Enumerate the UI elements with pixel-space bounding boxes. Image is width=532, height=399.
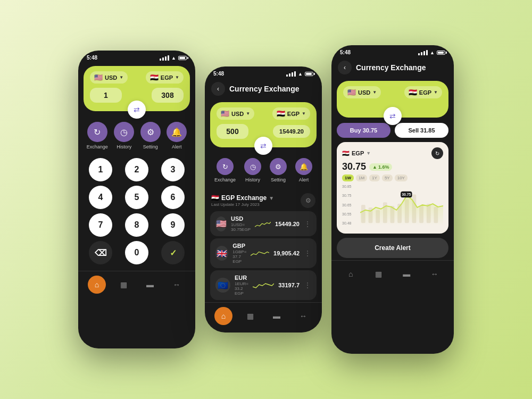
- gbp-name: GBP: [232, 243, 246, 249]
- green-card-left: 🇺🇸 USD ▼ 🇪🇬 EGP ▼ 1 308 ⇄: [84, 66, 190, 111]
- filter-1y[interactable]: 1Y: [369, 174, 380, 181]
- exchange-settings-btn[interactable]: ⚙: [301, 193, 315, 208]
- chart-currency: 🇪🇬 EGP ▼: [342, 150, 371, 157]
- num-5[interactable]: 5: [125, 186, 148, 209]
- action-history-mid[interactable]: ◷ History: [244, 158, 261, 182]
- currency-item-gbp[interactable]: 🇬🇧 GBP 1GBP= 37.7 EGP 19,905.42 ⋮: [210, 238, 317, 268]
- action-settings-mid[interactable]: ⚙ Setting: [270, 158, 287, 182]
- to-chevron-right: ▼: [434, 90, 438, 95]
- from-amount-mid[interactable]: 500: [217, 124, 248, 139]
- exchange-circle-mid[interactable]: ↻: [217, 158, 234, 175]
- to-currency-label-left: EGP: [161, 74, 173, 81]
- back-btn-right[interactable]: ‹: [338, 61, 352, 74]
- filter-1w[interactable]: 1W: [342, 174, 354, 181]
- action-exchange-left[interactable]: ↻ Exchange: [87, 122, 108, 149]
- from-currency-right[interactable]: 🇺🇸 USD ▼: [343, 86, 381, 98]
- action-exchange-mid[interactable]: ↻ Exchange: [214, 158, 236, 182]
- from-flag-right: 🇺🇸: [347, 88, 356, 96]
- num-7[interactable]: 7: [89, 213, 112, 237]
- nav-home-left[interactable]: ⌂: [88, 276, 106, 294]
- from-chevron-left: ▼: [119, 75, 123, 80]
- swap-button-mid[interactable]: ⇄: [254, 137, 272, 155]
- from-currency-left[interactable]: 🇺🇸 USD ▼: [90, 71, 128, 84]
- num-backspace[interactable]: ⌫: [89, 241, 112, 264]
- nav-exchange-mid[interactable]: ▦: [241, 307, 259, 325]
- nav-transfer-mid[interactable]: ↔: [294, 307, 312, 325]
- action-alert-left[interactable]: 🔔 Alert: [167, 122, 187, 149]
- to-currency-right[interactable]: 🇪🇬 EGP ▼: [404, 86, 442, 98]
- nav-cards-mid[interactable]: ▬: [268, 307, 286, 325]
- buy-button[interactable]: Buy 30.75: [337, 123, 390, 138]
- exchange-subtitle: Last Update 17 July 2023: [211, 202, 274, 207]
- from-currency-label-left: USD: [105, 74, 117, 81]
- eur-chart: [253, 279, 274, 291]
- from-currency-label-mid: USD: [231, 111, 244, 117]
- num-3[interactable]: 3: [161, 158, 185, 181]
- currency-item-eur[interactable]: 🇪🇺 EUR 1EUR= 33.2 EGP 33197.7 ⋮: [210, 270, 317, 300]
- status-bar-mid: 5:48 ▲: [205, 66, 322, 79]
- gbp-chart: [251, 247, 269, 259]
- num-8[interactable]: 8: [125, 213, 148, 237]
- chart-area: 30.85 30.75 30.65 30.55 30.48: [342, 184, 443, 228]
- swap-button-left[interactable]: ⇄: [128, 101, 146, 119]
- settings-circle-mid[interactable]: ⚙: [270, 158, 287, 175]
- bottom-nav-right: ⌂ ▦ ▬ ↔: [331, 260, 454, 287]
- status-icons-mid: ▲: [286, 71, 313, 77]
- num-4[interactable]: 4: [89, 186, 112, 209]
- chart-currency-name: EGP: [352, 150, 364, 156]
- action-settings-left[interactable]: ⚙ Setting: [140, 122, 161, 149]
- gbp-info: GBP 1GBP= 37.7 EGP: [232, 243, 246, 264]
- nav-transfer-right[interactable]: ↔: [426, 265, 444, 283]
- battery-icon-right: [437, 51, 445, 55]
- to-flag-left: 🇪🇬: [150, 73, 159, 81]
- num-0[interactable]: 0: [125, 241, 148, 264]
- nav-transfer-left[interactable]: ↔: [168, 276, 186, 294]
- action-alert-mid[interactable]: 🔔 Alert: [295, 158, 312, 182]
- currency-item-usd[interactable]: 🇺🇸 USD 1USD= 30.75EGP 15449.20 ⋮: [210, 211, 317, 236]
- filter-5y[interactable]: 5Y: [382, 174, 393, 181]
- back-btn-mid[interactable]: ‹: [211, 82, 225, 96]
- to-amount-left: 308: [152, 88, 184, 103]
- num-9[interactable]: 9: [161, 213, 185, 237]
- from-chevron-right: ▼: [372, 90, 377, 95]
- nav-home-right[interactable]: ⌂: [342, 265, 360, 283]
- sell-button[interactable]: Sell 31.85: [395, 123, 448, 138]
- y-label-2: 30.75: [342, 194, 358, 197]
- num-2[interactable]: 2: [125, 158, 148, 181]
- phone-mid: 5:48 ▲ ‹ Currency Exchange 🇺🇸 USD ▼ 🇪🇬: [205, 66, 322, 332]
- exchange-circle-left[interactable]: ↻: [87, 122, 107, 142]
- usd-menu[interactable]: ⋮: [304, 220, 311, 228]
- alert-label-left: Alert: [172, 144, 182, 149]
- nav-exchange-right[interactable]: ▦: [370, 265, 388, 283]
- num-1[interactable]: 1: [89, 158, 112, 181]
- chart-refresh-btn[interactable]: ↻: [431, 147, 443, 159]
- num-confirm[interactable]: ✓: [161, 241, 185, 264]
- gbp-menu[interactable]: ⋮: [304, 249, 311, 257]
- time-right: 5:48: [340, 49, 351, 55]
- history-circle-left[interactable]: ◷: [114, 122, 134, 142]
- alert-circle-left[interactable]: 🔔: [167, 122, 187, 142]
- alert-label-mid: Alert: [299, 177, 309, 182]
- history-circle-mid[interactable]: ◷: [244, 158, 261, 175]
- num-6[interactable]: 6: [161, 186, 185, 209]
- filter-10y[interactable]: 10Y: [395, 174, 408, 181]
- filter-1m[interactable]: 1M: [356, 174, 367, 181]
- from-flag-left: 🇺🇸: [94, 73, 103, 81]
- to-currency-left[interactable]: 🇪🇬 EGP ▼: [146, 71, 184, 84]
- nav-home-mid[interactable]: ⌂: [214, 307, 232, 325]
- nav-cards-left[interactable]: ▬: [141, 276, 159, 294]
- swap-button-right[interactable]: ⇄: [384, 107, 402, 125]
- from-flag-mid: 🇺🇸: [221, 110, 229, 118]
- from-currency-mid[interactable]: 🇺🇸 USD ▼: [217, 107, 254, 120]
- settings-circle-left[interactable]: ⚙: [140, 122, 161, 142]
- alert-circle-mid[interactable]: 🔔: [295, 158, 312, 175]
- bottom-nav-left: ⌂ ▦ ▬ ↔: [78, 271, 195, 298]
- to-currency-mid[interactable]: 🇪🇬 EGP ▼: [272, 107, 310, 120]
- create-alert-button[interactable]: Create Alert: [337, 238, 448, 258]
- nav-cards-right[interactable]: ▬: [397, 265, 415, 283]
- action-history-left[interactable]: ◷ History: [114, 122, 134, 149]
- history-label-left: History: [117, 144, 131, 149]
- nav-exchange-left[interactable]: ▦: [114, 276, 132, 294]
- from-amount-left[interactable]: 1: [90, 88, 122, 103]
- eur-menu[interactable]: ⋮: [304, 281, 311, 289]
